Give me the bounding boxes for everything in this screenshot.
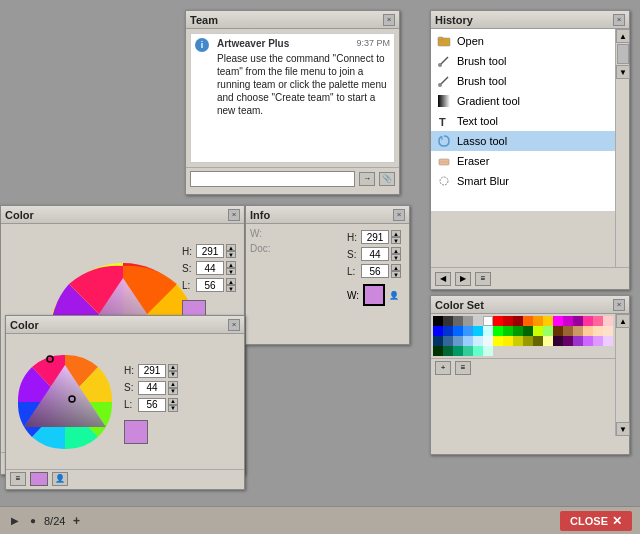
swatch-30[interactable] bbox=[443, 336, 453, 346]
l-spin-large[interactable]: ▲ ▼ bbox=[226, 278, 236, 292]
swatch-19[interactable] bbox=[503, 326, 513, 336]
h-input-small[interactable] bbox=[138, 364, 166, 378]
history-item-eraser[interactable]: Eraser bbox=[431, 151, 615, 171]
swatch-red[interactable] bbox=[493, 316, 503, 326]
colorset-scroll-down[interactable]: ▼ bbox=[616, 422, 630, 436]
swatch-26[interactable] bbox=[583, 326, 593, 336]
h-up-info[interactable]: ▲ bbox=[391, 230, 401, 237]
s-spin-info[interactable]: ▲ ▼ bbox=[391, 247, 401, 261]
swatch-10[interactable] bbox=[573, 316, 583, 326]
swatch-28[interactable] bbox=[603, 326, 613, 336]
h-down-small[interactable]: ▼ bbox=[168, 371, 178, 378]
swatch-37[interactable] bbox=[523, 336, 533, 346]
color-result-small[interactable] bbox=[124, 420, 148, 444]
swatch-11[interactable] bbox=[583, 316, 593, 326]
team-panel-header[interactable]: Team × bbox=[186, 11, 399, 29]
l-up-info[interactable]: ▲ bbox=[391, 264, 401, 271]
close-button[interactable]: CLOSE ✕ bbox=[560, 511, 632, 531]
swatch-black[interactable] bbox=[433, 316, 443, 326]
swatch-46[interactable] bbox=[433, 346, 443, 356]
swatch-42[interactable] bbox=[573, 336, 583, 346]
swatch-27[interactable] bbox=[593, 326, 603, 336]
history-panel-header[interactable]: History × bbox=[431, 11, 629, 29]
swatch-5[interactable] bbox=[503, 316, 513, 326]
l-down-large[interactable]: ▼ bbox=[226, 285, 236, 292]
s-up-info[interactable]: ▲ bbox=[391, 247, 401, 254]
history-scroll-thumb[interactable] bbox=[617, 44, 629, 64]
swatch-24[interactable] bbox=[563, 326, 573, 336]
history-next-button[interactable]: ▶ bbox=[455, 272, 471, 286]
swatch-44[interactable] bbox=[593, 336, 603, 346]
h-spin-small[interactable]: ▲ ▼ bbox=[168, 364, 178, 378]
team-close-button[interactable]: × bbox=[383, 14, 395, 26]
swatch-34[interactable] bbox=[483, 336, 493, 346]
team-send-button[interactable]: → bbox=[359, 172, 375, 186]
s-down-info[interactable]: ▼ bbox=[391, 254, 401, 261]
history-scroll-up[interactable]: ▲ bbox=[616, 29, 630, 43]
swatch-8[interactable] bbox=[543, 316, 553, 326]
swatch-20[interactable] bbox=[513, 326, 523, 336]
swatch-3[interactable] bbox=[463, 316, 473, 326]
swatch-yellow[interactable] bbox=[493, 336, 503, 346]
color-large-header[interactable]: Color × bbox=[1, 206, 244, 224]
s-down-small[interactable]: ▼ bbox=[168, 388, 178, 395]
s-up-large[interactable]: ▲ bbox=[226, 261, 236, 268]
colorset-scrollbar[interactable]: ▲ ▼ bbox=[615, 314, 629, 436]
info-close[interactable]: × bbox=[393, 209, 405, 221]
history-menu-button[interactable]: ≡ bbox=[475, 272, 491, 286]
l-up-large[interactable]: ▲ bbox=[226, 278, 236, 285]
colorset-close[interactable]: × bbox=[613, 299, 625, 311]
swatch-15[interactable] bbox=[453, 326, 463, 336]
play-button[interactable]: ▶ bbox=[8, 514, 22, 528]
l-input-small[interactable] bbox=[138, 398, 166, 412]
h-spin-large[interactable]: ▲ ▼ bbox=[226, 244, 236, 258]
h-down-info[interactable]: ▼ bbox=[391, 237, 401, 244]
record-button[interactable]: ● bbox=[26, 514, 40, 528]
swatch-magenta[interactable] bbox=[553, 316, 563, 326]
swatch-49[interactable] bbox=[463, 346, 473, 356]
info-header[interactable]: Info × bbox=[246, 206, 409, 224]
swatch-25[interactable] bbox=[573, 326, 583, 336]
swatch-18[interactable] bbox=[483, 326, 493, 336]
swatch-7[interactable] bbox=[533, 316, 543, 326]
swatch-orange[interactable] bbox=[523, 316, 533, 326]
color-large-close[interactable]: × bbox=[228, 209, 240, 221]
swatch-43[interactable] bbox=[583, 336, 593, 346]
swatch-35[interactable] bbox=[503, 336, 513, 346]
h-input-large[interactable] bbox=[196, 244, 224, 258]
swatch-4[interactable] bbox=[473, 316, 483, 326]
w-swatch[interactable] bbox=[363, 284, 385, 306]
h-spin-info[interactable]: ▲ ▼ bbox=[391, 230, 401, 244]
swatch-blue[interactable] bbox=[433, 326, 443, 336]
history-item-text[interactable]: T Text tool bbox=[431, 111, 615, 131]
swatch-brown[interactable] bbox=[553, 326, 563, 336]
s-input-info[interactable] bbox=[361, 247, 389, 261]
s-spin-small[interactable]: ▲ ▼ bbox=[168, 381, 178, 395]
swatch-23[interactable] bbox=[543, 326, 553, 336]
swatch-31[interactable] bbox=[453, 336, 463, 346]
l-input-large[interactable] bbox=[196, 278, 224, 292]
color-wheel-small[interactable] bbox=[10, 347, 120, 457]
s-up-small[interactable]: ▲ bbox=[168, 381, 178, 388]
history-item-open[interactable]: Open bbox=[431, 31, 615, 51]
colorset-btn-2[interactable]: ≡ bbox=[455, 361, 471, 375]
swatch-12[interactable] bbox=[593, 316, 603, 326]
add-frame-button[interactable]: + bbox=[69, 514, 83, 528]
history-item-brush1[interactable]: Brush tool bbox=[431, 51, 615, 71]
swatch-2[interactable] bbox=[453, 316, 463, 326]
colorset-header[interactable]: Color Set × bbox=[431, 296, 629, 314]
h-down-large[interactable]: ▼ bbox=[226, 251, 236, 258]
history-close-button[interactable]: × bbox=[613, 14, 625, 26]
swatch-50[interactable] bbox=[473, 346, 483, 356]
swatch-13[interactable] bbox=[603, 316, 613, 326]
swatch-36[interactable] bbox=[513, 336, 523, 346]
l-spin-small[interactable]: ▲ ▼ bbox=[168, 398, 178, 412]
swatch-47[interactable] bbox=[443, 346, 453, 356]
h-input-info[interactable] bbox=[361, 230, 389, 244]
history-scroll-down[interactable]: ▼ bbox=[616, 65, 630, 79]
s-down-large[interactable]: ▼ bbox=[226, 268, 236, 275]
swatch-22[interactable] bbox=[533, 326, 543, 336]
swatch-17[interactable] bbox=[473, 326, 483, 336]
l-down-info[interactable]: ▼ bbox=[391, 271, 401, 278]
l-input-info[interactable] bbox=[361, 264, 389, 278]
